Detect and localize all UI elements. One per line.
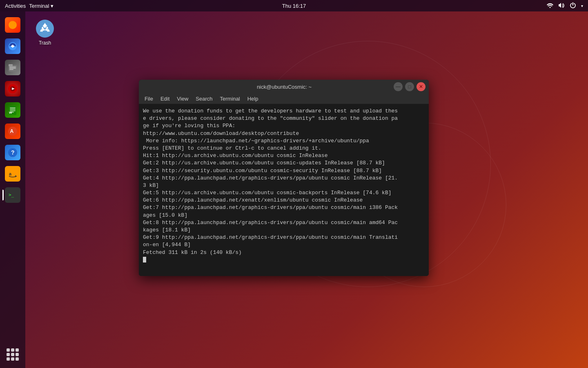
dock-item-libreoffice[interactable]: W — [3, 101, 22, 119]
terminal-line: e drivers, please consider donating to t… — [143, 115, 425, 122]
terminal-line: http://www.ubuntu.com/download/desktop/c… — [143, 130, 425, 137]
libreoffice-icon: W — [5, 102, 20, 118]
svg-text:♻: ♻ — [41, 23, 49, 33]
firefox-icon — [5, 17, 20, 33]
appinstall-icon: A — [5, 123, 20, 139]
files-icon — [5, 60, 20, 75]
terminal-line: Get:6 http://ppa.launchpad.net/xenatt/xe… — [143, 197, 425, 204]
terminal-cursor — [143, 257, 146, 263]
rhythmbox-icon — [5, 81, 20, 96]
terminal-line: Get:4 http://ppa.launchpad.net/graphics-… — [143, 175, 425, 182]
terminal-line: Fetched 311 kB in 2s (140 kB/s) — [143, 249, 425, 256]
svg-text:>_: >_ — [9, 192, 14, 197]
terminal-line: Hit:1 http://us.archive.ubuntu.com/ubunt… — [143, 152, 425, 159]
terminal-line: More info: https://launchpad.net/~graphi… — [143, 137, 425, 145]
maximize-button[interactable]: □ — [405, 82, 414, 91]
dock-item-terminal[interactable]: >_ — [3, 186, 22, 204]
power-dropdown[interactable]: ▾ — [581, 4, 583, 8]
dock-item-files[interactable] — [3, 58, 22, 77]
svg-text:A: A — [10, 128, 14, 134]
thunderbird-icon — [5, 38, 20, 54]
dock-item-appinstall[interactable]: A — [3, 122, 22, 141]
app-menu-label: Terminal — [29, 3, 49, 9]
dock-item-thunderbird[interactable] — [3, 37, 22, 56]
menu-file[interactable]: File — [141, 95, 156, 103]
desktop-icons-area: ♻ Trash — [29, 16, 61, 48]
dock-item-help[interactable]: ? — [3, 143, 22, 162]
app-menu-arrow: ▾ — [51, 3, 53, 9]
svg-rect-7 — [9, 69, 13, 70]
terminal-line: We use the donation funds to get the dev… — [143, 108, 425, 115]
help-icon: ? — [5, 145, 20, 160]
svg-rect-14 — [10, 109, 16, 110]
system-tray: ▾ — [547, 2, 583, 10]
menu-edit[interactable]: Edit — [157, 95, 173, 103]
minimize-button[interactable]: — — [394, 82, 403, 91]
trash-label: Trash — [39, 40, 51, 46]
svg-rect-6 — [9, 68, 16, 69]
terminal-icon: >_ — [5, 187, 20, 203]
terminal-output[interactable]: We use the donation funds to get the dev… — [139, 104, 429, 276]
terminal-window: nick@ubuntuCosmic: ~ — □ ✕ File Edit Vie… — [139, 80, 429, 276]
menu-search[interactable]: Search — [192, 95, 216, 103]
svg-point-1 — [9, 21, 17, 29]
close-button[interactable]: ✕ — [416, 82, 425, 91]
terminal-line: kages [18.1 kB] — [143, 227, 425, 234]
terminal-line: Press [ENTER] to continue or Ctrl-c to c… — [143, 145, 425, 152]
window-buttons: — □ ✕ — [394, 82, 425, 91]
power-icon[interactable] — [570, 2, 576, 10]
terminal-line: Get:9 http://ppa.launchpad.net/graphics-… — [143, 234, 425, 241]
dock-item-amazon[interactable]: a — [3, 164, 22, 183]
sound-icon[interactable] — [558, 2, 565, 10]
trash-icon-image: ♻ — [35, 19, 55, 38]
terminal-title: nick@ubuntuCosmic: ~ — [175, 84, 394, 90]
terminal-cursor-line — [143, 256, 425, 264]
terminal-line: Get:8 http://ppa.launchpad.net/graphics-… — [143, 219, 425, 227]
datetime-display: Thu 16:17 — [282, 3, 306, 9]
apps-grid-icon — [7, 348, 19, 361]
top-panel: Activities Terminal ▾ Thu 16:17 — [0, 0, 588, 11]
svg-text:a: a — [9, 171, 12, 176]
svg-text:?: ? — [11, 149, 15, 156]
activities-button[interactable]: Activities — [5, 3, 26, 9]
svg-rect-4 — [9, 64, 13, 66]
terminal-line: ages [15.0 kB] — [143, 212, 425, 219]
trash-desktop-icon[interactable]: ♻ Trash — [29, 16, 61, 48]
svg-rect-13 — [10, 108, 16, 108]
top-panel-left: Activities Terminal ▾ — [5, 3, 53, 9]
menu-help[interactable]: Help — [244, 95, 262, 103]
terminal-line: ge if you're loving this PPA: — [143, 122, 425, 130]
top-panel-clock[interactable]: Thu 16:17 — [282, 3, 306, 9]
svg-point-0 — [550, 7, 551, 8]
terminal-line: 3 kB] — [143, 182, 425, 189]
terminal-line: Get:7 http://ppa.launchpad.net/graphics-… — [143, 204, 425, 211]
terminal-menubar: File Edit View Search Terminal Help — [139, 94, 429, 104]
dock-item-rhythmbox[interactable] — [3, 79, 22, 98]
dock-item-firefox[interactable] — [3, 16, 22, 34]
terminal-line: Get:5 http://us.archive.ubuntu.com/ubunt… — [143, 189, 425, 197]
menu-view[interactable]: View — [174, 95, 192, 103]
show-apps-button[interactable] — [3, 345, 22, 364]
svg-text:W: W — [9, 111, 12, 114]
network-icon[interactable] — [547, 2, 553, 10]
terminal-line: Get:3 http://security.ubuntu.com/ubuntu … — [143, 167, 425, 175]
terminal-line: on-en [4,944 B] — [143, 241, 425, 249]
svg-rect-5 — [9, 67, 16, 67]
amazon-icon: a — [5, 166, 20, 182]
dock: W A ? a — [0, 11, 25, 368]
terminal-titlebar[interactable]: nick@ubuntuCosmic: ~ — □ ✕ — [139, 80, 429, 94]
terminal-line: Get:2 http://us.archive.ubuntu.com/ubunt… — [143, 159, 425, 167]
app-menu[interactable]: Terminal ▾ — [29, 3, 53, 9]
menu-terminal[interactable]: Terminal — [217, 95, 243, 103]
